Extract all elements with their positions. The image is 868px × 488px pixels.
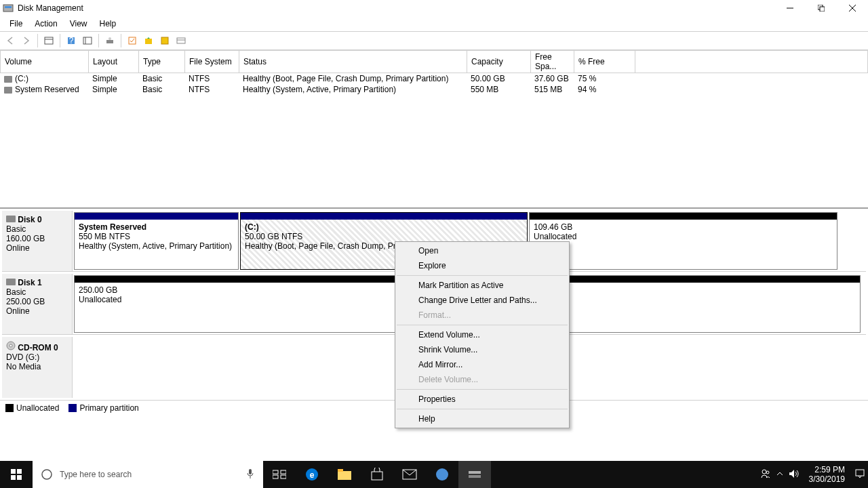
col-pctfree[interactable]: % Free bbox=[574, 51, 635, 73]
start-button[interactable] bbox=[0, 461, 33, 488]
taskbar-search[interactable]: Type here to search bbox=[33, 461, 263, 488]
svg-rect-26 bbox=[11, 475, 16, 480]
menu-view[interactable]: View bbox=[64, 18, 93, 30]
col-layout[interactable]: Layout bbox=[89, 51, 139, 73]
svg-rect-29 bbox=[249, 469, 252, 474]
svg-rect-36 bbox=[338, 471, 351, 480]
partition[interactable]: System Reserved 550 MB NTFS Healthy (Sys… bbox=[74, 212, 239, 270]
col-capacity[interactable]: Capacity bbox=[467, 51, 531, 73]
help-toolbar-button[interactable]: ? bbox=[64, 33, 79, 48]
action1-button[interactable] bbox=[125, 33, 140, 48]
edge-icon[interactable]: e bbox=[296, 461, 328, 488]
mail-icon[interactable] bbox=[393, 461, 426, 488]
context-menu-separator bbox=[397, 389, 568, 390]
svg-rect-30 bbox=[273, 470, 278, 474]
svg-rect-33 bbox=[281, 475, 286, 479]
volume-row[interactable]: System Reserved SimpleBasicNTFS Healthy … bbox=[0, 84, 868, 95]
svg-rect-21 bbox=[6, 279, 16, 285]
svg-point-14 bbox=[108, 37, 111, 40]
svg-rect-4 bbox=[820, 7, 825, 12]
app-icon-pinned[interactable] bbox=[426, 461, 458, 488]
svg-rect-31 bbox=[281, 470, 286, 474]
partition-title: (C:) bbox=[245, 222, 523, 232]
context-menu-item[interactable]: Extend Volume... bbox=[395, 327, 569, 342]
svg-text:?: ? bbox=[69, 36, 74, 45]
context-menu-separator bbox=[397, 275, 568, 276]
context-menu-item[interactable]: Properties bbox=[395, 392, 569, 407]
back-button[interactable] bbox=[3, 33, 18, 48]
people-icon[interactable] bbox=[760, 468, 771, 481]
context-menu-item[interactable]: Help bbox=[395, 411, 569, 426]
col-status[interactable]: Status bbox=[239, 51, 467, 73]
partition-color-bar bbox=[530, 213, 837, 220]
volume-row[interactable]: (C:) SimpleBasicNTFS Healthy (Boot, Page… bbox=[0, 73, 868, 84]
close-button[interactable] bbox=[837, 0, 868, 16]
volume-icon[interactable] bbox=[789, 469, 800, 481]
context-menu-item[interactable]: Change Drive Letter and Paths... bbox=[395, 293, 569, 308]
forward-button[interactable] bbox=[19, 33, 34, 48]
disk-state: No Media bbox=[6, 362, 68, 371]
refresh-button[interactable] bbox=[102, 33, 117, 48]
mic-icon[interactable] bbox=[245, 468, 255, 482]
file-explorer-icon[interactable] bbox=[328, 461, 361, 488]
action2-button[interactable] bbox=[141, 33, 156, 48]
col-volume[interactable]: Volume bbox=[1, 51, 89, 73]
menu-file[interactable]: File bbox=[4, 18, 28, 30]
disk-info[interactable]: CD-ROM 0 DVD (G:) No Media bbox=[2, 337, 73, 398]
volume-icon bbox=[4, 87, 12, 94]
context-menu-separator bbox=[397, 409, 568, 409]
svg-rect-24 bbox=[11, 469, 16, 474]
context-menu-item: Format... bbox=[395, 308, 569, 323]
svg-rect-27 bbox=[17, 475, 22, 480]
maximize-button[interactable] bbox=[806, 0, 837, 16]
partition-size: 50.00 GB NTFS bbox=[245, 232, 523, 241]
titlebar: Disk Management bbox=[0, 0, 868, 16]
svg-rect-20 bbox=[6, 216, 16, 222]
action3-button[interactable] bbox=[157, 33, 172, 48]
menu-help[interactable]: Help bbox=[94, 18, 122, 30]
disk-name: CD-ROM 0 bbox=[6, 341, 68, 352]
col-filesystem[interactable]: File System bbox=[185, 51, 239, 73]
show-hide-console-button[interactable] bbox=[41, 33, 56, 48]
toolbar-separator bbox=[37, 34, 38, 47]
legend-primary: Primary partition bbox=[68, 403, 138, 413]
notifications-icon[interactable] bbox=[854, 468, 865, 481]
svg-point-44 bbox=[766, 471, 769, 474]
context-menu-item[interactable]: Open bbox=[395, 243, 569, 258]
partition-color-bar bbox=[75, 213, 238, 220]
volume-icon bbox=[4, 76, 12, 83]
task-view-button[interactable] bbox=[263, 461, 296, 488]
menubar: File Action View Help bbox=[0, 16, 868, 31]
disk-info[interactable]: Disk 1 Basic 250.00 GB Online bbox=[2, 274, 73, 334]
context-menu-item[interactable]: Shrink Volume... bbox=[395, 342, 569, 357]
partition-size: 109.46 GB bbox=[534, 222, 833, 232]
col-spacer bbox=[635, 51, 868, 73]
partition-context-menu: OpenExploreMark Partition as ActiveChang… bbox=[395, 241, 570, 428]
disk-management-taskbar-icon[interactable] bbox=[458, 461, 491, 488]
store-icon[interactable] bbox=[361, 461, 393, 488]
disk-info[interactable]: Disk 0 Basic 160.00 GB Online bbox=[2, 211, 73, 271]
menu-action[interactable]: Action bbox=[29, 18, 62, 30]
svg-text:e: e bbox=[310, 470, 315, 480]
settings-toolbar-button[interactable] bbox=[80, 33, 95, 48]
col-freespace[interactable]: Free Spa... bbox=[531, 51, 574, 73]
toolbar-separator bbox=[60, 34, 60, 47]
tray-chevron-icon[interactable] bbox=[776, 470, 783, 479]
disk-state: Online bbox=[6, 243, 68, 253]
minimize-button[interactable] bbox=[774, 0, 806, 16]
svg-rect-32 bbox=[273, 475, 278, 479]
column-header-row: Volume Layout Type File System Status Ca… bbox=[1, 51, 868, 73]
volume-list: Volume Layout Type File System Status Ca… bbox=[0, 50, 868, 208]
disk-size: 160.00 GB bbox=[6, 234, 68, 243]
col-type[interactable]: Type bbox=[139, 51, 185, 73]
partition-color-bar bbox=[241, 213, 527, 220]
svg-rect-45 bbox=[856, 470, 864, 476]
context-menu-item[interactable]: Add Mirror... bbox=[395, 357, 569, 372]
disk-type: DVD (G:) bbox=[6, 352, 68, 362]
action4-button[interactable] bbox=[174, 33, 189, 48]
partition[interactable]: 109.46 GB Unallocated bbox=[529, 212, 837, 270]
context-menu-item[interactable]: Explore bbox=[395, 258, 569, 273]
context-menu-item[interactable]: Mark Partition as Active bbox=[395, 278, 569, 293]
taskbar-clock[interactable]: 2:59 PM 3/30/2019 bbox=[805, 465, 849, 485]
disk-size: 250.00 GB bbox=[6, 297, 68, 306]
